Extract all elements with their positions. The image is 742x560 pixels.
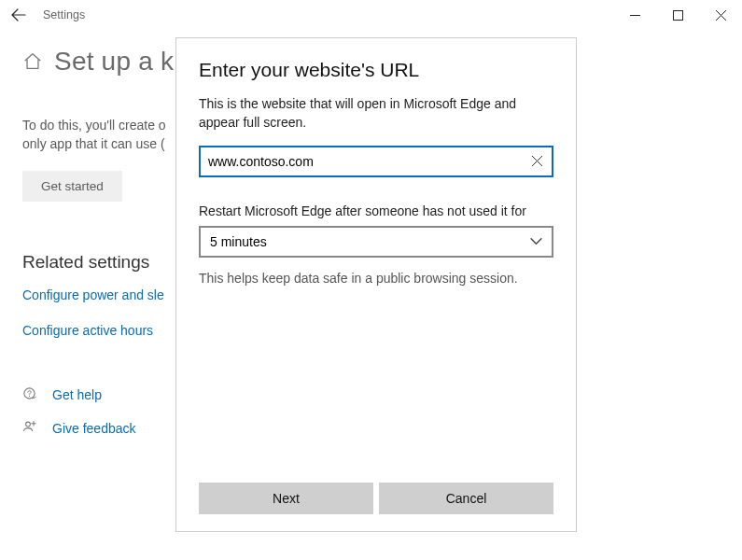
get-started-button[interactable]: Get started — [22, 171, 122, 202]
help-icon — [22, 386, 39, 403]
select-value: 5 minutes — [210, 234, 267, 249]
maximize-button[interactable] — [656, 1, 699, 29]
maximize-icon — [673, 10, 683, 21]
home-icon — [22, 51, 43, 72]
svg-rect-1 — [673, 10, 682, 20]
minimize-button[interactable] — [613, 1, 656, 29]
cancel-button[interactable]: Cancel — [379, 483, 553, 514]
link-give-feedback[interactable]: Give feedback — [52, 421, 136, 436]
next-button[interactable]: Next — [199, 483, 373, 514]
minimize-icon — [630, 10, 640, 21]
window-title: Settings — [43, 8, 85, 21]
arrow-left-icon — [11, 7, 26, 22]
title-bar: Settings — [0, 0, 742, 30]
close-icon — [716, 10, 726, 21]
feedback-icon — [22, 420, 39, 437]
chevron-down-icon — [529, 235, 542, 248]
page-title: Set up a k — [54, 47, 174, 77]
dialog-description: This is the website that will open in Mi… — [199, 94, 553, 133]
url-input-container — [199, 146, 553, 177]
x-icon — [532, 156, 542, 166]
link-get-help[interactable]: Get help — [52, 387, 102, 402]
close-button[interactable] — [699, 1, 742, 29]
dialog-hint: This helps keep data safe in a public br… — [199, 271, 553, 286]
dialog-title: Enter your website's URL — [199, 59, 553, 81]
clear-input-button[interactable] — [529, 154, 544, 169]
url-dialog: Enter your website's URL This is the web… — [175, 37, 577, 532]
svg-point-5 — [26, 422, 31, 427]
restart-label: Restart Microsoft Edge after someone has… — [199, 203, 553, 218]
back-button[interactable] — [7, 4, 30, 26]
restart-timeout-select[interactable]: 5 minutes — [199, 226, 553, 258]
url-input[interactable] — [208, 154, 544, 169]
